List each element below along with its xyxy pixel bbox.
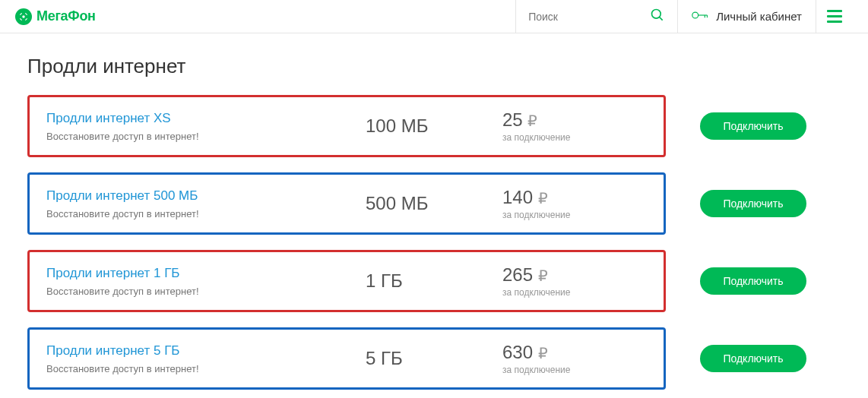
plan-price: 25 ₽ [502,109,647,131]
plan-price: 265 ₽ [502,264,647,286]
plan-description: Восстановите доступ в интернет! [46,208,366,220]
plan-card: Продли интернет 500 МБ Восстановите дост… [27,172,666,235]
connect-button[interactable]: Подключить [700,345,806,372]
plan-description: Восстановите доступ в интернет! [46,286,366,297]
plan-volume: 100 МБ [366,115,502,137]
svg-point-0 [22,15,25,18]
plan-name-link[interactable]: Продли интернет 1 ГБ [46,266,366,281]
key-icon [692,10,708,24]
plan-price-note: за подключение [502,132,647,143]
plan-card: Продли интернет 1 ГБ Восстановите доступ… [27,250,666,312]
plan-price: 630 ₽ [502,342,647,363]
plan-price: 140 ₽ [502,187,647,208]
plan-card: Продли интернет 5 ГБ Восстановите доступ… [27,327,666,390]
search-box [515,0,677,33]
plan-volume: 500 МБ [366,193,502,214]
plan-price-note: за подключение [502,365,647,375]
menu-button[interactable] [816,0,853,33]
brand-name: МегаФон [36,8,96,24]
plan-card: Продли интернет XS Восстановите доступ в… [27,95,666,157]
cabinet-label: Личный кабинет [716,10,802,23]
plan-price-note: за подключение [502,287,647,298]
megafon-icon [15,8,32,25]
search-input[interactable] [528,11,650,23]
main-content: Продли интернет Продли интернет XS Восст… [0,33,868,398]
search-icon[interactable] [650,8,665,26]
svg-line-2 [660,17,663,20]
plan-name-link[interactable]: Продли интернет XS [46,111,366,126]
connect-button[interactable]: Подключить [700,267,806,295]
plan-row: Продли интернет XS Восстановите доступ в… [27,95,841,157]
plan-row: Продли интернет 500 МБ Восстановите дост… [27,172,841,235]
plan-volume: 1 ГБ [366,270,502,292]
personal-cabinet-link[interactable]: Личный кабинет [677,0,816,33]
connect-button[interactable]: Подключить [700,112,806,140]
plan-name-link[interactable]: Продли интернет 5 ГБ [46,343,366,359]
plan-name-link[interactable]: Продли интернет 500 МБ [46,188,366,204]
plan-row: Продли интернет 5 ГБ Восстановите доступ… [27,327,841,390]
connect-button[interactable]: Подключить [700,190,806,217]
svg-point-1 [652,9,661,18]
plan-row: Продли интернет 1 ГБ Восстановите доступ… [27,250,841,312]
brand-logo[interactable]: МегаФон [15,8,96,25]
hamburger-icon [827,10,842,12]
svg-point-3 [692,12,699,18]
page-title: Продли интернет [27,55,841,78]
plan-description: Восстановите доступ в интернет! [46,131,366,142]
plan-description: Восстановите доступ в интернет! [46,363,366,374]
header: МегаФон Личный кабинет [0,0,868,33]
plan-price-note: за подключение [502,210,647,220]
plan-volume: 5 ГБ [366,348,502,369]
